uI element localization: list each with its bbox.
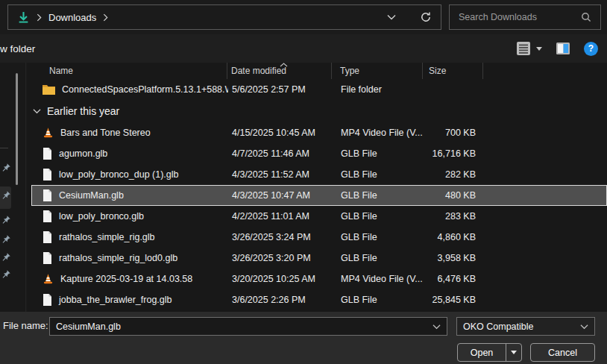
file-name-text: jobba_the_brawler_frog.glb: [59, 295, 172, 305]
nav-list-divider: [25, 63, 26, 312]
file-name-cell: low_poly_bronco.glb: [32, 210, 228, 222]
pin-icon[interactable]: [1, 190, 11, 201]
folder-icon: [43, 84, 55, 95]
file-icon: [43, 189, 52, 201]
file-row[interactable]: Bars and Tone Stereo4/15/2025 10:45 AMMP…: [31, 122, 607, 143]
date-modified-cell: 4/3/2025 10:47 AM: [228, 190, 333, 201]
file-row[interactable]: Kapture 2025-03-19 at 14.03.583/20/2025 …: [31, 269, 607, 289]
file-name-text: rathalos_simple_rig.glb: [59, 232, 155, 242]
date-modified-cell: 4/7/2025 11:46 AM: [228, 148, 333, 159]
size-cell: 25,845 KB: [424, 295, 484, 305]
file-row[interactable]: ConnectedSpacesPlatform.5.13.1+588.Wi...…: [31, 79, 607, 100]
column-header-name[interactable]: Name: [31, 63, 227, 79]
group-collapse-chevron-icon[interactable]: [33, 108, 41, 114]
help-button[interactable]: ?: [584, 42, 598, 56]
file-name-cell: ConnectedSpacesPlatform.5.13.1+588.Wi...: [32, 84, 228, 95]
pin-icon[interactable]: [1, 234, 11, 245]
file-type-select[interactable]: OKO Compatible: [456, 317, 595, 336]
navigation-pane: [0, 63, 26, 312]
file-icon: [43, 148, 52, 160]
file-name-text: low_poly_bronco_dup (1).glb: [59, 169, 179, 180]
file-row[interactable]: agumon.glb4/7/2025 11:46 AMGLB File16,71…: [31, 143, 607, 164]
file-name-cell: rathalos_simple_rig_lod0.glb: [32, 252, 228, 264]
breadcrumb-location[interactable]: Downloads: [48, 12, 96, 23]
nav-scrollbar[interactable]: [16, 73, 18, 185]
nav-separator: [0, 148, 8, 148]
toolbar: w folder ?: [0, 34, 607, 63]
type-cell: GLB File: [333, 295, 424, 305]
size-cell: 16,716 KB: [424, 148, 484, 159]
size-cell: 4,860 KB: [424, 232, 484, 242]
file-icon: [43, 231, 52, 243]
size-cell: 3,958 KB: [424, 253, 484, 263]
view-dropdown-caret-icon: [536, 47, 542, 51]
vlc-icon: [43, 273, 54, 285]
chevron-right-icon[interactable]: [103, 13, 108, 22]
date-modified-cell: 3/26/2025 3:20 PM: [228, 253, 333, 263]
refresh-icon[interactable]: [420, 11, 432, 23]
group-header-label: Earlier this year: [47, 105, 119, 117]
pin-icon[interactable]: [1, 163, 11, 173]
type-cell: GLB File: [333, 232, 424, 242]
type-cell: MP4 Video File (V...: [333, 128, 424, 138]
chevron-right-icon: [37, 13, 42, 22]
date-modified-cell: 3/26/2025 3:24 PM: [228, 232, 333, 242]
search-icon[interactable]: [581, 12, 591, 22]
file-name-combobox[interactable]: [49, 317, 447, 336]
downloads-icon: [17, 11, 30, 24]
pin-icon[interactable]: [1, 252, 11, 263]
file-name-text: ConnectedSpacesPlatform.5.13.1+588.Wi...: [62, 84, 228, 95]
file-name-text: Kapture 2025-03-19 at 14.03.58: [60, 274, 192, 284]
sort-ascending-icon: [280, 63, 288, 67]
file-row[interactable]: low_poly_bronco_dup (1).glb4/3/2025 11:5…: [31, 164, 607, 185]
file-name-dropdown-chevron-icon[interactable]: [433, 324, 441, 330]
caret-down-icon: [511, 351, 517, 354]
type-cell: GLB File: [333, 169, 424, 180]
file-name-cell: rathalos_simple_rig.glb: [32, 231, 228, 243]
new-folder-button[interactable]: w folder: [0, 43, 35, 54]
file-name-cell: Bars and Tone Stereo: [32, 127, 228, 139]
file-name-input[interactable]: [56, 321, 433, 332]
file-row[interactable]: low_poly_bronco.glb4/2/2025 11:01 AMGLB …: [31, 206, 607, 227]
column-header-size[interactable]: Size: [423, 63, 483, 79]
change-view-button[interactable]: [516, 41, 542, 56]
column-header-row: Name Date modified Type Size: [31, 63, 607, 79]
date-modified-cell: 4/15/2025 10:45 AM: [228, 128, 333, 138]
file-row[interactable]: jobba_the_brawler_frog.glb3/6/2025 2:26 …: [31, 289, 607, 310]
file-row[interactable]: CesiumMan.glb4/3/2025 10:47 AMGLB File48…: [31, 185, 607, 206]
file-name-cell: low_poly_bronco_dup (1).glb: [32, 169, 228, 181]
size-cell: 283 KB: [424, 211, 484, 222]
address-bar[interactable]: Downloads: [7, 4, 441, 30]
open-dropdown-caret[interactable]: [506, 351, 521, 354]
file-name-text: low_poly_bronco.glb: [59, 211, 144, 222]
date-modified-cell: 3/6/2025 2:26 PM: [228, 295, 333, 305]
type-cell: MP4 Video File (V...: [333, 274, 424, 284]
preview-pane-button[interactable]: [556, 41, 570, 56]
file-name-text: agumon.glb: [59, 148, 107, 159]
file-icon: [43, 210, 52, 222]
group-header[interactable]: Earlier this year: [31, 100, 607, 122]
file-name-text: rathalos_simple_rig_lod0.glb: [59, 253, 177, 263]
open-split-button[interactable]: Open: [457, 343, 522, 362]
file-name-text: Bars and Tone Stereo: [60, 128, 151, 138]
address-dropdown-chevron-icon[interactable]: [387, 14, 396, 20]
column-header-type[interactable]: Type: [332, 63, 423, 79]
cancel-button[interactable]: Cancel: [530, 343, 595, 362]
open-button-label[interactable]: Open: [458, 348, 506, 358]
file-icon: [43, 169, 52, 181]
pin-icon[interactable]: [1, 269, 11, 280]
search-input[interactable]: [459, 12, 581, 22]
pin-icon[interactable]: [1, 215, 11, 225]
file-name-cell: Kapture 2025-03-19 at 14.03.58: [32, 273, 228, 285]
file-list: Name Date modified Type Size ConnectedSp…: [27, 63, 607, 312]
file-icon: [43, 252, 52, 264]
file-name-label: File name:: [3, 320, 48, 331]
file-row[interactable]: rathalos_simple_rig_lod0.glb3/26/2025 3:…: [31, 248, 607, 269]
type-cell: GLB File: [333, 211, 424, 222]
file-name-cell: jobba_the_brawler_frog.glb: [32, 294, 228, 306]
search-box[interactable]: [449, 4, 601, 30]
date-modified-cell: 4/3/2025 11:52 AM: [228, 169, 333, 180]
dialog-top-chrome: Downloads: [0, 0, 607, 34]
file-row[interactable]: rathalos_simple_rig.glb3/26/2025 3:24 PM…: [31, 227, 607, 248]
file-name-cell: agumon.glb: [32, 148, 228, 160]
